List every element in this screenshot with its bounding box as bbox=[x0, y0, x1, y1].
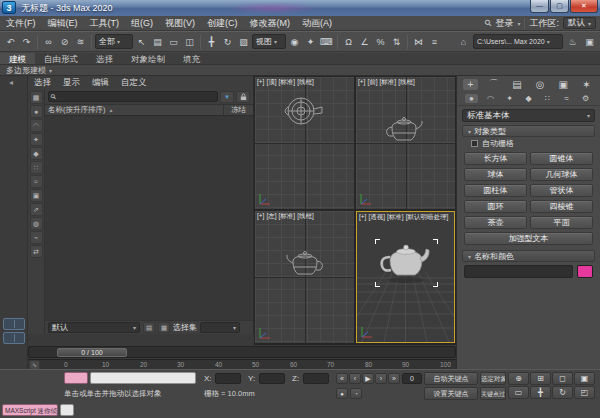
coord-z-input[interactable] bbox=[303, 373, 329, 384]
use-pivot-center-icon[interactable]: ◉ bbox=[287, 34, 302, 50]
button-cone[interactable]: 圆锥体 bbox=[530, 152, 593, 165]
viewport-standard-label[interactable]: [标准] bbox=[387, 213, 404, 220]
display-tab-icon[interactable]: ▣ bbox=[556, 79, 571, 90]
menu-views[interactable]: 视图(V) bbox=[159, 16, 201, 31]
button-textplus[interactable]: 加强型文本 bbox=[464, 232, 593, 245]
object-category-dropdown[interactable]: 标准基本体 ▾ bbox=[462, 109, 595, 122]
create-tab-icon[interactable]: + bbox=[463, 79, 478, 90]
viewport-top[interactable]: [+][顶][标准][线框] bbox=[255, 77, 354, 209]
menu-modifiers[interactable]: 修改器(M) bbox=[244, 16, 297, 31]
button-teapot[interactable]: 茶壶 bbox=[464, 216, 527, 229]
snap-toggle-icon[interactable]: Ω bbox=[341, 34, 356, 50]
time-config-icon[interactable]: ◔ bbox=[350, 388, 362, 399]
button-plane[interactable]: 平面 bbox=[530, 216, 593, 229]
key-mode-toggle-icon[interactable]: ● bbox=[336, 388, 348, 399]
explorer-search-input[interactable]: ⚲ bbox=[48, 91, 218, 102]
render-frame-icon[interactable]: ▣ bbox=[582, 34, 597, 50]
explorer-menu-display[interactable]: 显示 bbox=[57, 77, 86, 89]
coord-y-input[interactable] bbox=[259, 373, 285, 384]
explorer-list-view-icon[interactable]: ▤ bbox=[143, 322, 155, 333]
sync-selection-icon[interactable]: ⇄ bbox=[30, 245, 43, 258]
reference-coordinate-dropdown[interactable]: 视图 ▾ bbox=[252, 34, 286, 49]
coord-x-input[interactable] bbox=[215, 373, 241, 384]
filter-groups-icon[interactable]: ▣ bbox=[30, 189, 43, 202]
current-frame-input[interactable]: 0 bbox=[402, 373, 422, 384]
ribbon-tab-selection[interactable]: 选择 bbox=[87, 53, 122, 64]
viewport-layout-tab-2[interactable] bbox=[3, 332, 25, 344]
explorer-object-list[interactable] bbox=[45, 116, 253, 320]
mirror-icon[interactable]: ⋈ bbox=[411, 34, 426, 50]
bind-to-space-warp-icon[interactable]: ≋ bbox=[73, 34, 88, 50]
viewport-standard-label[interactable]: [标准] bbox=[380, 78, 397, 85]
align-icon[interactable]: ≡ bbox=[427, 34, 442, 50]
explorer-menu-select[interactable]: 选择 bbox=[28, 77, 57, 89]
teapot-front-wireframe[interactable] bbox=[382, 115, 428, 145]
polygon-modeling-panel-label[interactable]: 多边形建模 bbox=[6, 65, 46, 76]
zoom-region-icon[interactable]: ▭ bbox=[508, 386, 529, 399]
ribbon-tab-object-paint[interactable]: 对象绘制 bbox=[122, 53, 174, 64]
redo-icon[interactable]: ↷ bbox=[19, 34, 34, 50]
teapot-shaded-object[interactable] bbox=[378, 242, 434, 284]
explorer-lock-icon[interactable] bbox=[236, 91, 250, 103]
motion-tab-icon[interactable]: ◎ bbox=[533, 79, 548, 90]
app-logo-icon[interactable]: 3 bbox=[2, 1, 16, 14]
maxscript-panel-label[interactable]: MAXScript 迷你侦听器 bbox=[2, 404, 58, 416]
spinner-snap-icon[interactable]: ⇅ bbox=[389, 34, 404, 50]
button-geosphere[interactable]: 几何球体 bbox=[530, 168, 593, 181]
selection-filter-dropdown[interactable]: 全部 ▾ bbox=[95, 34, 133, 49]
spacewarps-category-icon[interactable]: ≈ bbox=[560, 94, 573, 103]
viewport-menu-plus[interactable]: [+] bbox=[257, 212, 264, 219]
percent-snap-icon[interactable]: % bbox=[373, 34, 388, 50]
minimize-button[interactable]: — bbox=[530, 0, 549, 13]
selection-set-dropdown[interactable]: ▾ bbox=[200, 322, 240, 333]
zoom-extents-icon[interactable]: ◻ bbox=[552, 372, 573, 385]
modify-tab-icon[interactable]: ⌒ bbox=[486, 77, 501, 91]
project-path-dropdown[interactable]: C:\Users\... Max 2020 ▾ bbox=[473, 34, 563, 49]
selection-region-icon[interactable]: ▭ bbox=[166, 34, 181, 50]
viewport-menu-plus[interactable]: [+] bbox=[359, 213, 366, 220]
filter-geometry-icon[interactable]: ● bbox=[30, 105, 43, 118]
utilities-tab-icon[interactable]: ✶ bbox=[579, 79, 594, 90]
button-torus[interactable]: 圆环 bbox=[464, 200, 527, 213]
cameras-category-icon[interactable]: ◆ bbox=[522, 94, 535, 103]
viewport-shading-label[interactable]: [线框] bbox=[297, 212, 314, 219]
autogrid-checkbox[interactable] bbox=[471, 140, 478, 147]
select-and-rotate-icon[interactable]: ↻ bbox=[220, 34, 235, 50]
maxscript-listener-field[interactable] bbox=[90, 372, 196, 384]
viewport-shading-label[interactable]: [线框] bbox=[297, 78, 314, 85]
project-folder-icon[interactable]: ⌂ bbox=[456, 34, 471, 50]
maxscript-input-field[interactable] bbox=[60, 404, 74, 416]
ribbon-tab-modeling[interactable]: 建模 bbox=[0, 53, 35, 64]
name-column-header[interactable]: 名称(按升序排序) bbox=[48, 105, 106, 115]
macro-recorder-field[interactable] bbox=[64, 372, 88, 384]
viewport-front[interactable]: [+][前][标准][线框] bbox=[356, 77, 455, 209]
window-crossing-toggle-icon[interactable]: ◫ bbox=[182, 34, 197, 50]
button-tube[interactable]: 管状体 bbox=[530, 184, 593, 197]
sign-in-button[interactable]: 登录 bbox=[495, 17, 513, 30]
button-pyramid[interactable]: 四棱锥 bbox=[530, 200, 593, 213]
viewport-pov-label[interactable]: [顶] bbox=[266, 78, 276, 85]
select-by-name-icon[interactable]: ▤ bbox=[150, 34, 165, 50]
angle-snap-icon[interactable]: ∠ bbox=[357, 34, 372, 50]
viewport-pov-label[interactable]: [左] bbox=[266, 212, 276, 219]
hierarchy-tab-icon[interactable]: ▤ bbox=[509, 79, 524, 90]
menu-create[interactable]: 创建(C) bbox=[201, 16, 244, 31]
next-frame-button[interactable]: › bbox=[375, 373, 387, 384]
helpers-category-icon[interactable]: ∷ bbox=[541, 94, 554, 103]
name-color-rollout[interactable]: ▾ 名称和颜色 bbox=[462, 250, 595, 262]
setkey-button[interactable]: 设置关键点 bbox=[424, 387, 478, 400]
menu-animation[interactable]: 动画(A) bbox=[296, 16, 338, 31]
geometry-category-icon[interactable]: ● bbox=[465, 94, 478, 103]
ribbon-tab-populate[interactable]: 填充 bbox=[174, 53, 209, 64]
viewport-perspective[interactable]: [+][透视][标准][默认明暗处理] bbox=[356, 211, 455, 343]
orbit-icon[interactable]: ↻ bbox=[552, 386, 573, 399]
maximize-viewport-icon[interactable]: ◰ bbox=[574, 386, 595, 399]
select-object-icon[interactable]: ↖ bbox=[134, 34, 149, 50]
pan-icon[interactable]: ╋ bbox=[530, 386, 551, 399]
viewport-left[interactable]: [+][左][标准][线框] bbox=[255, 211, 354, 343]
object-type-rollout[interactable]: ▾ 对象类型 bbox=[462, 125, 595, 137]
zoom-icon[interactable]: ⊕ bbox=[508, 372, 529, 385]
viewport-pov-label[interactable]: [前] bbox=[367, 78, 377, 85]
menu-tools[interactable]: 工具(T) bbox=[84, 16, 126, 31]
shapes-category-icon[interactable]: ◠ bbox=[484, 94, 497, 103]
